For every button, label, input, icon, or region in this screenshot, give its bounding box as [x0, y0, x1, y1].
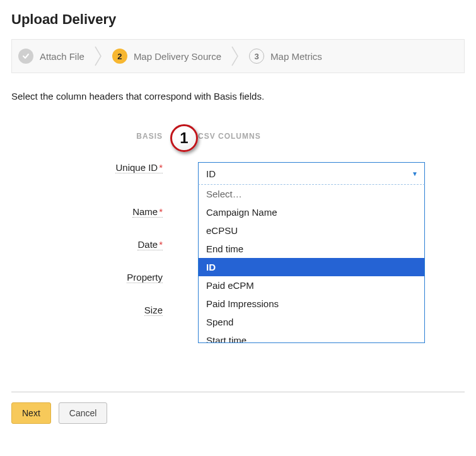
button-row: Next Cancel	[11, 402, 465, 424]
dropdown-option[interactable]: Campaign Name	[199, 203, 424, 221]
step-label: Map Delivery Source	[134, 51, 221, 62]
csv-column-select[interactable]: ID	[198, 162, 425, 185]
dropdown-option[interactable]: eCPSU	[199, 221, 424, 240]
chevron-right-icon	[226, 45, 244, 67]
csv-header: CSV COLUMNS	[198, 132, 465, 141]
divider	[11, 392, 465, 392]
dropdown-option[interactable]: Start time	[199, 331, 424, 342]
field-property: Property	[127, 272, 163, 283]
step-map-metrics[interactable]: 3 Map Metrics	[249, 49, 322, 64]
page-title: Upload Delivery	[11, 11, 465, 28]
field-date: Date	[137, 239, 163, 250]
field-size: Size	[144, 305, 163, 316]
step-map-delivery-source[interactable]: 2 Map Delivery Source	[112, 49, 221, 64]
check-icon	[18, 49, 33, 64]
step-label: Attach File	[40, 51, 84, 62]
step-attach-file[interactable]: Attach File	[18, 49, 84, 64]
dropdown-scroll[interactable]: Select… Campaign Name eCPSU End time ID …	[199, 185, 424, 342]
cancel-button[interactable]: Cancel	[59, 402, 108, 424]
dropdown-option-placeholder[interactable]: Select…	[199, 185, 424, 203]
csv-column-dropdown: Select… Campaign Name eCPSU End time ID …	[198, 184, 425, 343]
wizard-stepper: Attach File 2 Map Delivery Source 3 Map …	[11, 39, 465, 73]
dropdown-option[interactable]: End time	[199, 240, 424, 258]
select-value: ID	[206, 168, 216, 179]
field-name: Name	[132, 206, 163, 218]
dropdown-option[interactable]: Paid Impressions	[199, 295, 424, 313]
mapping-grid: 1 BASIS CSV COLUMNS Unique ID Name Date …	[11, 132, 465, 316]
next-button[interactable]: Next	[11, 402, 51, 424]
step-label: Map Metrics	[270, 51, 322, 62]
dropdown-option[interactable]: Spend	[199, 313, 424, 331]
dropdown-option-selected[interactable]: ID	[199, 258, 424, 276]
dropdown-option[interactable]: Paid eCPM	[199, 276, 424, 295]
basis-header: BASIS	[11, 132, 163, 141]
field-unique-id: Unique ID	[115, 162, 163, 173]
callout-marker: 1	[170, 124, 198, 152]
step-number: 3	[249, 49, 264, 64]
chevron-right-icon	[90, 45, 107, 67]
instruction-text: Select the column headers that correspon…	[11, 91, 465, 102]
step-number: 2	[112, 49, 127, 64]
